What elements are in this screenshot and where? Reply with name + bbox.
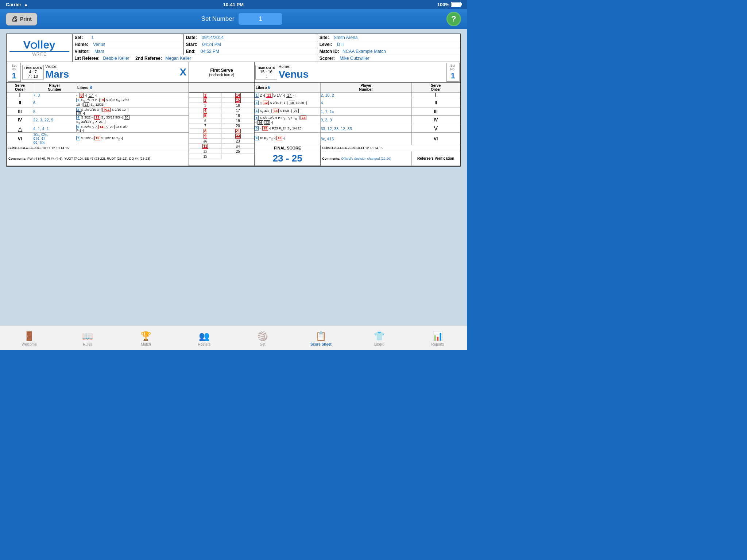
visitor-set-no-box: SetNo. 1 [8, 63, 21, 82]
start-value: 04:24 PM [202, 42, 221, 47]
logo-subtext: WRITE [9, 51, 69, 57]
score-4-boxed: 4 [204, 108, 207, 113]
blue-3: 3 [255, 101, 259, 105]
start-label: Start: [186, 42, 197, 47]
score-right-col: 14 15 16 17 18 19 20 21 22 23 24 25 [222, 93, 255, 159]
tab-welcome-label: Welcome [22, 342, 37, 346]
blue-9h: 9 [255, 136, 259, 140]
level-label-cell: Level: D II [317, 41, 460, 48]
comments-visitor-cell: Comments: PW #4 (4-6), PI #4 (4-6), YUDT… [7, 151, 189, 166]
red-14v: 14 [98, 125, 104, 129]
score-17: 17 [222, 108, 255, 113]
home-timeout2: : [257, 74, 275, 78]
rotation-VI-lineup-visitor: 10c, ¢2c,¢1¢, ¢2¢¢, 10c [33, 133, 76, 145]
rotation-VI-order-home: VI [411, 133, 460, 145]
tab-set-label: Set [260, 342, 265, 346]
print-button[interactable]: 🖨 Print [6, 13, 37, 26]
print-label: Print [20, 16, 32, 22]
visitor-team-name: Mars [45, 69, 178, 80]
tab-reports[interactable]: 📊 Reports [409, 328, 467, 348]
visitor-name-section: Visitor: Mars [45, 64, 178, 80]
home-header-cell: TIME-OUTS 15 : 16 : Home: Venus SetNo. 1 [255, 62, 460, 83]
comments-home-cell: Comments: Official's decision changed (2… [321, 151, 411, 166]
red-13h: 13 [273, 109, 279, 113]
score-15-boxed: 15 [235, 98, 241, 103]
tab-libero[interactable]: 👕 Libero [350, 328, 409, 348]
rotation-III-actions-visitor: 2 S 1/4 2/10 3 -| P11 S 2/10 12 -|19 -| [76, 108, 189, 115]
home-label: Home: [75, 42, 88, 47]
timeouts-label-home: TIME-OUTS [257, 66, 275, 70]
print-icon: 🖨 [11, 15, 18, 23]
serve-order-header-home: ServeOrder [411, 83, 460, 93]
rotation-IV-lineup-home: 9, 3, 9 [321, 115, 411, 125]
ref1-value: Debbie Keller [103, 56, 129, 61]
carrier-label: Carrier [6, 2, 22, 7]
blue-1: 1 [76, 98, 80, 102]
red-P11: P11 [102, 108, 111, 112]
box-22s: 22 [258, 120, 263, 125]
red-box-8: 8 [80, 93, 84, 98]
libero-icon: 👕 [374, 331, 385, 341]
blue-4v: 4 [76, 115, 80, 120]
libero-num-visitor: 8 [89, 85, 92, 90]
site-label-cell: Site: Smith Arena [317, 34, 460, 41]
status-right: 100% [437, 2, 461, 7]
scorer-label: Scorer: [320, 56, 335, 61]
visitor-timeout1: 4 : 7 [24, 70, 42, 74]
wifi-icon: ▲ [24, 2, 28, 7]
tab-reports-label: Reports [431, 342, 444, 346]
rotation-II-actions-visitor: 1 SX 7/1 R P -| 9 S 9/22 SX 12/3310 -| 1… [76, 98, 189, 108]
score-11: 11 [189, 144, 222, 149]
status-bar: Carrier ▲ 10:41 PM 100% [0, 0, 467, 9]
match-icon: 🏆 [140, 331, 151, 341]
help-button[interactable]: ? [446, 12, 461, 26]
rotation-I-lineup-visitor: 7, 3 [33, 93, 76, 98]
rules-icon: 📖 [82, 331, 93, 341]
end-value: 04:52 PM [201, 49, 219, 54]
blue-box-1: 1 [255, 93, 259, 98]
teams-header-row: SetNo. 1 TIME-OUTS 4 : 7 7 : 10 Visitor:… [7, 62, 460, 83]
red-12: 12 [263, 101, 269, 105]
red-15v: 15 [94, 136, 100, 140]
box-18: 18 [84, 102, 89, 107]
score-6: 6 [189, 118, 222, 123]
tab-set[interactable]: 🏐 Set [233, 328, 292, 348]
subs-visitor-text: Subs: 1 2 3 4 5 6 7 8 9 [8, 146, 42, 150]
score-14: 14 [222, 93, 255, 98]
battery-percent: 100% [437, 2, 449, 7]
red-13v: 13 [94, 115, 100, 120]
comments-visitor-label: Comments: [8, 157, 27, 160]
home-set-no: 1 [448, 71, 458, 81]
ref1-cell: 1st Referee: Debbie Keller 2nd Referee: … [72, 55, 317, 62]
tab-scoresheet[interactable]: 📋 Score Sheet [292, 328, 350, 348]
tab-match[interactable]: 🏆 Match [117, 328, 175, 348]
score-8-boxed: 8 [204, 129, 207, 133]
red-14h: 14 [301, 116, 306, 120]
rotation-VI-actions-visitor: 7 S 10/2 -| 15 S 10/2 16 TX -| [76, 133, 189, 145]
rotation-IV-actions-home: 5 S 3/9 10/2 6 R PX PX7 TX -| 14-| 22 22… [255, 115, 321, 125]
tab-welcome[interactable]: 🚪 Welcome [0, 328, 58, 348]
score-20: 20 [222, 123, 255, 128]
home-set-no-box: SetNo. 1 [446, 63, 460, 82]
rotation-VI-actions-home: 9 10 PX TX -| 16 -| [255, 133, 321, 145]
score-left-col: 1 2 3 4 5 6 7 8 9 10 11 12 13 [189, 93, 222, 159]
score-25: 25 [222, 149, 255, 154]
set-number-display[interactable]: 1 [239, 13, 282, 25]
home-name-section: Home: Venus [279, 64, 445, 80]
rotation-IV-lineup-visitor: 22, 3, 22, 9 [33, 115, 76, 125]
rotation-III-lineup-home: 1, 7, 1c [321, 108, 411, 115]
red-box-11: 11 [266, 93, 272, 98]
battery-icon [451, 2, 461, 7]
tab-rosters[interactable]: 👥 Rosters [175, 328, 233, 348]
logo-text: Vlley [9, 39, 69, 50]
set-no-label-visitor: SetNo. [9, 64, 19, 71]
rotation-IV-actions-visitor: 4 S 3/22 -| 13 SX 33/12 9/3 -| 20SX 33/1… [76, 115, 189, 125]
serve-order-header-visitor: ServeOrder [7, 83, 33, 93]
rotation-II-actions-home: 3 △ 12 S 2/10 P-1 -| 18 19 20 -| [255, 98, 321, 108]
tab-rules[interactable]: 📖 Rules [58, 328, 117, 348]
box-17: 17 [88, 93, 94, 98]
date-label-cell: Date: 09/14/2014 [183, 34, 317, 41]
score-9: 9 [189, 133, 222, 139]
score-5-boxed: 5 [204, 113, 207, 118]
header-info-table: Vlley WRITE Set: 1 Date: 09/14/2014 Site… [7, 34, 460, 62]
